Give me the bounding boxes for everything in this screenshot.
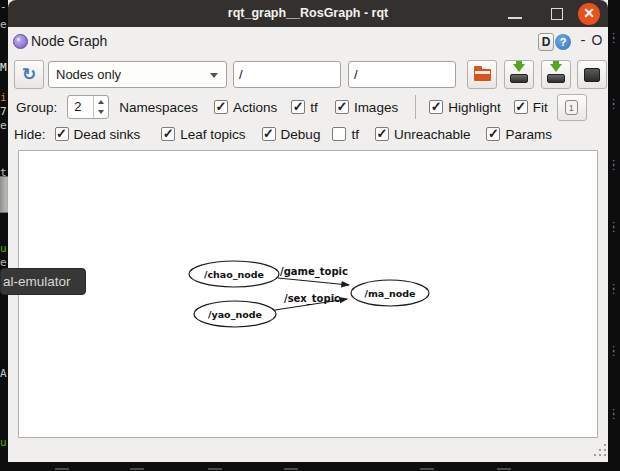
close-button[interactable]: ✕ xyxy=(578,3,600,25)
checkbox-actions[interactable]: Actions xyxy=(214,100,277,115)
background-text-fragment: u xyxy=(0,437,7,448)
checkbox-label: Dead sinks xyxy=(74,127,141,142)
close-icon: ✕ xyxy=(583,5,595,21)
checkbox-indicator xyxy=(291,100,305,114)
window-title: rqt_graph__RosGraph - rqt xyxy=(8,0,608,27)
maximize-icon[interactable] xyxy=(551,8,563,20)
save-dot-button[interactable] xyxy=(504,60,534,89)
checkbox-indicator xyxy=(486,127,500,141)
group-label: Group: xyxy=(16,100,57,115)
background-text-fragment: i xyxy=(0,92,7,103)
checkbox-highlight[interactable]: Highlight xyxy=(429,100,501,115)
checkbox-label: Debug xyxy=(281,127,321,142)
background-mark xyxy=(130,468,144,470)
graph-node-label: /ma_node xyxy=(364,288,415,299)
save-image-button[interactable] xyxy=(541,60,571,89)
plugin-minimize-button[interactable]: - xyxy=(577,31,589,48)
one-to-one-icon: 1 xyxy=(565,100,578,115)
checkbox-params[interactable]: Params xyxy=(486,127,552,142)
background-mark xyxy=(284,468,298,470)
save-arrow-icon xyxy=(550,64,562,72)
checkbox-indicator xyxy=(429,100,443,114)
namespaces-label: Namespaces xyxy=(119,100,198,115)
background-mark xyxy=(208,468,222,470)
options-row: Group: 2 Namespaces Actions tf Images Hi… xyxy=(8,94,608,120)
checkbox-fit[interactable]: Fit xyxy=(514,100,548,115)
checkbox-label: Unreachable xyxy=(394,127,471,142)
checkbox-unreachable[interactable]: Unreachable xyxy=(375,127,471,142)
graph-edge-label: /sex_topic xyxy=(284,293,340,305)
checkbox-label: tf xyxy=(310,100,318,115)
background-text-fragment: e xyxy=(0,120,7,131)
minimize-icon[interactable] xyxy=(508,17,522,19)
checkbox-debug[interactable]: Debug xyxy=(262,127,321,142)
checkbox-indicator xyxy=(214,100,228,114)
graph-type-select[interactable]: Nodes only xyxy=(48,61,227,88)
tooltip-text: al-emulator xyxy=(3,274,71,289)
checkbox-label: Actions xyxy=(233,100,277,115)
checkbox-indicator xyxy=(332,127,346,141)
load-dot-button[interactable] xyxy=(467,60,497,89)
resize-grip-icon[interactable] xyxy=(594,444,607,458)
toolbar: ↻ Nodes only / / xyxy=(8,57,608,93)
dark-square-icon xyxy=(584,68,600,82)
graph-type-value: Nodes only xyxy=(56,67,121,82)
background-text-fragment: e xyxy=(0,19,7,30)
topic-filter-input[interactable]: / xyxy=(348,61,456,88)
fit-in-view-button[interactable]: 1 xyxy=(557,94,587,121)
checkbox-label: Images xyxy=(354,100,398,115)
plugin-float-button[interactable]: O xyxy=(590,32,604,48)
screen: -eMi7etueAu : :: :: :: :: :: :: : rqt_gr… xyxy=(0,0,620,471)
plugin-title: Node Graph xyxy=(31,33,107,49)
background-mark xyxy=(55,468,69,470)
background-text-fragment: 7 xyxy=(0,106,7,117)
open-folder-icon xyxy=(474,69,491,81)
save-drive-icon xyxy=(547,74,565,83)
tooltip: al-emulator xyxy=(0,268,86,295)
checkbox-indicator xyxy=(514,100,528,114)
checkbox-indicator xyxy=(262,127,276,141)
checkbox-label: tf xyxy=(351,127,359,142)
background-text-fragment: A xyxy=(0,368,7,379)
refresh-icon: ↻ xyxy=(22,65,36,84)
hide-label: Hide: xyxy=(14,127,46,142)
graph-node-label: /chao_node xyxy=(204,269,264,280)
background-mark: : : xyxy=(611,409,619,419)
background-mark xyxy=(420,468,434,470)
hide-row: Hide: Dead sinks Leaf topics Debug tf Un… xyxy=(8,121,608,147)
graph-node-label: /yao_node xyxy=(208,309,262,320)
save-arrow-icon xyxy=(513,64,525,72)
graph-canvas[interactable]: /game_topic/sex_topic/chao_node/yao_node… xyxy=(18,150,598,438)
background-text-fragment: e xyxy=(0,257,7,268)
node-filter-input[interactable]: / xyxy=(233,61,341,88)
background-text-fragment: M xyxy=(0,62,7,73)
checkbox-images[interactable]: Images xyxy=(335,100,398,115)
plugin-header: Node Graph D ? - O xyxy=(8,27,608,57)
checkbox-hide-tf[interactable]: tf xyxy=(332,127,359,142)
checkbox-indicator xyxy=(375,127,389,141)
spinner-arrows-icon[interactable] xyxy=(93,96,108,118)
checkbox-indicator xyxy=(161,127,175,141)
graph-edge-label: /game_topic xyxy=(280,266,348,278)
checkbox-label: Params xyxy=(505,127,552,142)
window-titlebar[interactable]: rqt_graph__RosGraph - rqt ✕ xyxy=(8,0,608,27)
help-icon[interactable]: ? xyxy=(555,34,571,50)
separator xyxy=(415,95,416,119)
snapshot-button[interactable] xyxy=(577,60,607,89)
checkbox-indicator xyxy=(55,127,69,141)
background-text-fragment: u xyxy=(0,243,7,254)
dock-button[interactable]: D xyxy=(538,33,554,51)
rqt-window: rqt_graph__RosGraph - rqt ✕ Node Graph D… xyxy=(8,0,608,462)
chevron-down-icon xyxy=(210,73,218,78)
checkbox-leaf-topics[interactable]: Leaf topics xyxy=(161,127,245,142)
checkbox-dead-sinks[interactable]: Dead sinks xyxy=(55,127,141,142)
background-mark: : : xyxy=(611,160,619,170)
background-mark: : : xyxy=(611,222,619,232)
checkbox-tf[interactable]: tf xyxy=(291,100,318,115)
checkbox-indicator xyxy=(335,100,349,114)
node-graph-icon xyxy=(13,34,28,49)
save-drive-icon xyxy=(510,74,528,83)
refresh-button[interactable]: ↻ xyxy=(14,60,44,89)
background-mark: : : xyxy=(611,99,619,109)
group-spinbox[interactable]: 2 xyxy=(67,95,109,119)
